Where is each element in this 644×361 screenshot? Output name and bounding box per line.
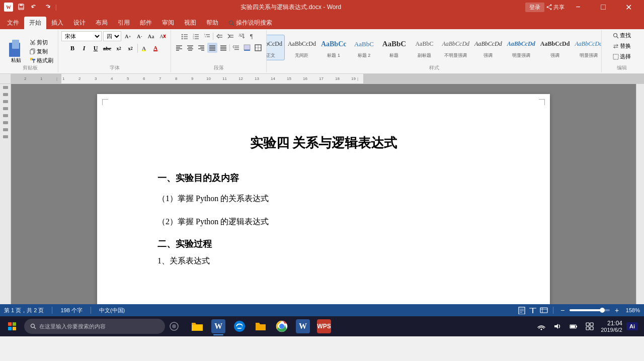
clear-format-btn[interactable]: A bbox=[157, 31, 168, 41]
replace-button[interactable]: 替换 bbox=[611, 42, 632, 50]
center-btn[interactable] bbox=[185, 43, 195, 53]
taskbar-app-edge[interactable] bbox=[229, 316, 250, 336]
tab-search[interactable]: 操作说明搜索 bbox=[223, 17, 277, 29]
sidebar-marker-7[interactable] bbox=[3, 128, 8, 131]
save-quick-btn[interactable] bbox=[16, 2, 26, 12]
share-button[interactable]: 共享 bbox=[546, 4, 565, 11]
underline-btn[interactable]: U bbox=[90, 43, 101, 54]
tab-file[interactable]: 文件 bbox=[2, 17, 24, 29]
style-heading1[interactable]: AaBbCc 标题 1 bbox=[319, 35, 349, 60]
redo-btn[interactable] bbox=[42, 2, 52, 12]
line-spacing-btn[interactable] bbox=[231, 43, 241, 53]
justify-btn[interactable] bbox=[207, 43, 217, 53]
tab-references[interactable]: 引用 bbox=[113, 17, 135, 29]
sidebar-marker-2[interactable] bbox=[3, 93, 8, 96]
zoom-out-btn[interactable]: − bbox=[557, 305, 568, 315]
select-button[interactable]: 选择 bbox=[611, 52, 632, 61]
taskbar-app-word2[interactable]: W bbox=[293, 316, 313, 336]
volume-icon[interactable] bbox=[550, 319, 565, 333]
action-center-icon[interactable] bbox=[583, 319, 597, 333]
increase-font-btn[interactable]: A+ bbox=[123, 31, 133, 41]
style-nospacing[interactable]: AaBbCcDd 无间距 bbox=[286, 35, 318, 60]
style-heading2[interactable]: AaBbC 标题 2 bbox=[349, 35, 378, 60]
format-painter-button[interactable]: 格式刷 bbox=[28, 56, 55, 65]
decrease-indent-btn[interactable] bbox=[214, 31, 224, 41]
text-highlight-btn[interactable]: A bbox=[139, 43, 150, 54]
battery-icon[interactable] bbox=[567, 319, 581, 333]
tab-layout[interactable]: 布局 bbox=[91, 17, 113, 29]
read-mode-btn[interactable] bbox=[528, 305, 538, 315]
close-button[interactable]: ✕ bbox=[617, 0, 640, 14]
borders-btn[interactable] bbox=[253, 43, 263, 53]
copy-button[interactable]: 复制 bbox=[28, 47, 55, 56]
subscript-btn[interactable]: x2 bbox=[113, 43, 124, 54]
cut-button[interactable]: 剪切 bbox=[28, 38, 55, 47]
web-layout-btn[interactable] bbox=[539, 305, 549, 315]
sort-btn[interactable]: AZ bbox=[236, 31, 247, 41]
sidebar-marker-5[interactable] bbox=[3, 114, 8, 117]
tab-view[interactable]: 视图 bbox=[179, 17, 201, 29]
sidebar-marker-8[interactable] bbox=[3, 135, 8, 138]
undo-btn[interactable] bbox=[29, 2, 39, 12]
font-color-btn[interactable]: A bbox=[151, 43, 162, 54]
print-layout-btn[interactable] bbox=[517, 305, 527, 315]
document-area[interactable]: 实验四 关系与逻辑表达式 一、实验目的及内容 （1）掌握 Python 的关系表… bbox=[11, 84, 636, 304]
style-intense-ref[interactable]: AaBbCcDd 明显强调 bbox=[573, 35, 602, 60]
taskbar-app-word[interactable]: W bbox=[208, 316, 228, 336]
italic-btn[interactable]: I bbox=[78, 43, 90, 54]
sidebar-marker-4[interactable] bbox=[3, 107, 8, 110]
tab-insert[interactable]: 插入 bbox=[46, 17, 68, 29]
zoom-in-btn[interactable]: + bbox=[612, 305, 622, 315]
tab-review[interactable]: 审阅 bbox=[157, 17, 179, 29]
increase-indent-btn[interactable] bbox=[225, 31, 235, 41]
minimize-button[interactable]: − bbox=[567, 0, 590, 14]
zoom-slider[interactable] bbox=[570, 309, 610, 311]
paste-button[interactable]: 粘贴 bbox=[5, 37, 27, 66]
system-clock[interactable]: 21:04 2019/6/2 bbox=[599, 318, 624, 335]
font-size-select[interactable]: 四号 bbox=[103, 31, 121, 41]
style-normal[interactable]: AaBbCcDd ↵ 正文 bbox=[267, 35, 285, 60]
style-emph[interactable]: AaBbCcDd 强调 bbox=[472, 35, 504, 60]
font-name-select[interactable]: 宋体 bbox=[61, 31, 102, 41]
bold-btn[interactable]: B bbox=[67, 43, 78, 54]
search-input[interactable] bbox=[39, 323, 159, 329]
network-icon[interactable] bbox=[534, 319, 548, 333]
svg-rect-13 bbox=[30, 50, 34, 54]
start-button[interactable] bbox=[2, 316, 22, 336]
bullets-btn[interactable] bbox=[180, 31, 190, 41]
cortana-btn[interactable] bbox=[165, 316, 183, 336]
maximize-button[interactable]: □ bbox=[592, 0, 615, 14]
style-intense-emph[interactable]: AaBbCcDd 明显强调 bbox=[505, 35, 537, 60]
style-title[interactable]: AaBbC 标题 bbox=[379, 35, 409, 60]
taskbar-app-explorer[interactable] bbox=[187, 316, 207, 336]
distributed-btn[interactable] bbox=[218, 43, 228, 53]
sidebar-marker-1[interactable] bbox=[3, 86, 8, 89]
show-marks-btn[interactable]: ¶ bbox=[248, 31, 258, 41]
multilevel-btn[interactable]: 1.a. bbox=[202, 31, 212, 41]
tab-design[interactable]: 设计 bbox=[68, 17, 91, 29]
change-case-btn[interactable]: Aa bbox=[146, 31, 156, 41]
numbering-btn[interactable]: 1.2.3. bbox=[191, 31, 201, 41]
decrease-font-btn[interactable]: A- bbox=[134, 31, 144, 41]
find-button[interactable]: 查找 bbox=[611, 31, 632, 40]
tab-home[interactable]: 开始 bbox=[24, 17, 46, 29]
align-left-btn[interactable] bbox=[174, 43, 184, 53]
taskbar-app-files[interactable] bbox=[251, 316, 271, 336]
sidebar-marker-6[interactable] bbox=[3, 121, 8, 124]
taskbar-app-chrome[interactable] bbox=[272, 316, 292, 336]
align-right-btn[interactable] bbox=[196, 43, 206, 53]
shading-btn[interactable] bbox=[242, 43, 252, 53]
tab-help[interactable]: 帮助 bbox=[201, 17, 223, 29]
search-bar[interactable] bbox=[24, 319, 165, 334]
superscript-btn[interactable]: x2 bbox=[125, 43, 136, 54]
login-button[interactable]: 登录 bbox=[525, 3, 544, 12]
style-subtitle[interactable]: AaBbC 副标题 bbox=[410, 35, 439, 60]
ai-badge[interactable]: Ai bbox=[626, 322, 638, 330]
style-subtle-emph[interactable]: AaBbCcDd 不明显强调 bbox=[440, 35, 471, 60]
tab-mailings[interactable]: 邮件 bbox=[135, 17, 157, 29]
style-strong[interactable]: AaBbCcDd 强调 bbox=[538, 35, 572, 60]
taskbar-app-wps[interactable]: WPS bbox=[314, 316, 334, 336]
ruler-container: | | 1 2 3 4 5 6 7 8 9 10 11 12 13 14 15 … bbox=[0, 74, 644, 84]
strikethrough-btn[interactable]: abc bbox=[102, 43, 113, 54]
sidebar-marker-3[interactable] bbox=[3, 100, 8, 103]
